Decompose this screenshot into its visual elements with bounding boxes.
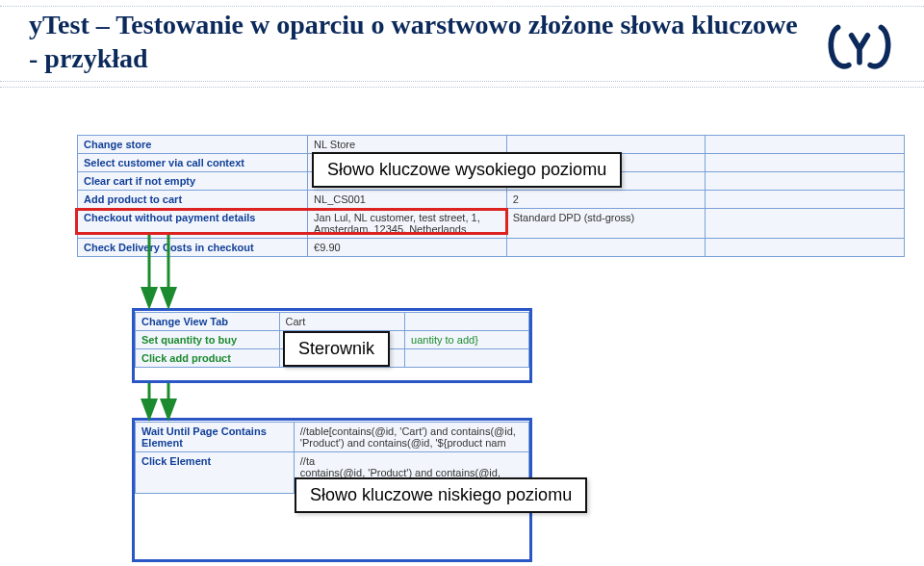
value-cell	[506, 239, 706, 257]
callout-high-level-keyword: Słowo kluczowe wysokiego poziomu	[312, 152, 622, 188]
table-row: Change View Tab Cart	[136, 313, 529, 331]
keyword-cell: Clear cart if not empty	[78, 172, 308, 191]
value-cell: €9.90	[308, 239, 507, 257]
value-cell: Jan Lul, NL customer, test street, 1, Am…	[308, 209, 507, 239]
table-row: Checkout without payment details Jan Lul…	[78, 209, 905, 239]
value-cell: Standard DPD (std-gross)	[506, 209, 706, 239]
keyword-cell: Change store	[78, 136, 308, 154]
value-cell	[706, 239, 905, 257]
value-cell: NL_CS001	[308, 191, 507, 209]
value-cell	[706, 154, 905, 172]
callout-low-level-keyword: Słowo kluczowe niskiego poziomu	[295, 477, 587, 513]
keyword-cell: Change View Tab	[136, 313, 280, 331]
keyword-cell: Wait Until Page Contains Element	[136, 423, 295, 452]
value-cell	[706, 209, 905, 239]
callout-driver: Sterownik	[283, 331, 390, 367]
ytest-logo-icon	[824, 17, 895, 75]
value-cell	[706, 191, 905, 209]
value-cell: //table[contains(@id, 'Cart') and contai…	[294, 423, 528, 452]
value-cell	[405, 349, 529, 368]
value-cell	[706, 136, 905, 154]
table-row: Change store NL Store	[78, 136, 905, 154]
decor-dotted-line	[0, 81, 924, 82]
keyword-cell: Click Element	[136, 452, 295, 494]
table-row: Wait Until Page Contains Element //table…	[136, 423, 529, 452]
keyword-cell: Add product to cart	[78, 191, 308, 209]
value-cell: NL Store	[308, 136, 507, 154]
value-cell: 2	[506, 191, 706, 209]
page-title: yTest – Testowanie w oparciu o warstwowo…	[29, 8, 799, 75]
keyword-cell: Select customer via call context	[78, 154, 308, 172]
value-cell: uantity to add}	[405, 331, 529, 349]
keyword-cell: Click add product	[136, 349, 280, 368]
decor-dotted-line	[0, 87, 924, 88]
keyword-cell: Set quantity to buy	[136, 331, 280, 349]
keyword-cell: Checkout without payment details	[78, 209, 308, 239]
keyword-cell: Check Delivery Costs in checkout	[78, 239, 308, 257]
table-row: Add product to cart NL_CS001 2	[78, 191, 905, 209]
table-row: Check Delivery Costs in checkout €9.90	[78, 239, 905, 257]
value-cell	[405, 313, 529, 331]
decor-dotted-line	[0, 6, 924, 7]
value-cell	[706, 172, 905, 191]
value-cell: Cart	[279, 313, 405, 331]
value-cell	[506, 136, 706, 154]
